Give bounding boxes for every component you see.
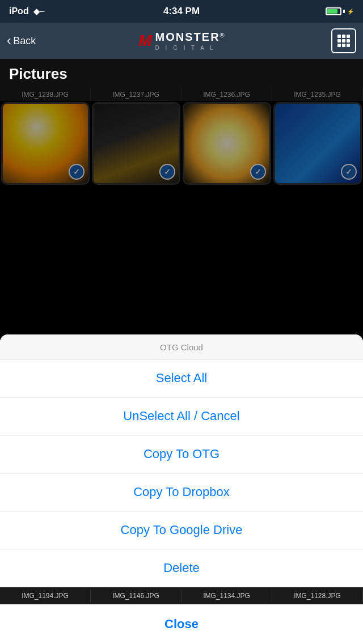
back-button[interactable]: ‹ Back — [7, 33, 36, 48]
delete-button[interactable]: Delete — [0, 549, 363, 587]
monster-reg-icon: ® — [220, 32, 225, 39]
filename-1146: IMG_1146.JPG — [91, 590, 182, 602]
page-title: Pictures — [9, 65, 67, 83]
copy-to-dropbox-button[interactable]: Copy To Dropbox — [0, 473, 363, 511]
status-bar: iPod ◆┈ 4:34 PM ⚡ — [0, 0, 363, 23]
battery-fill — [327, 9, 337, 14]
status-time: 4:34 PM — [163, 6, 200, 17]
action-sheet-title: OTG Cloud — [0, 334, 363, 359]
copy-to-otg-button[interactable]: Copy To OTG — [0, 435, 363, 473]
copy-to-gdrive-button[interactable]: Copy To Google Drive — [0, 511, 363, 549]
gallery-filenames-bottom: IMG_1194.JPG IMG_1146.JPG IMG_1134.JPG I… — [0, 587, 363, 604]
menu-button[interactable] — [331, 28, 356, 53]
unselect-all-button[interactable]: UnSelect All / Cancel — [0, 397, 363, 435]
filename-1134: IMG_1134.JPG — [182, 590, 272, 602]
action-sheet: OTG Cloud Select All UnSelect All / Canc… — [0, 334, 363, 644]
device-label: iPod — [9, 6, 29, 16]
filename-1128: IMG_1128.JPG — [272, 590, 363, 602]
monster-text-logo: MONSTER® D I G I T A L — [155, 31, 225, 51]
bolt-icon: ⚡ — [347, 9, 354, 15]
filename-1194: IMG_1194.JPG — [0, 590, 91, 602]
back-label: Back — [13, 35, 36, 47]
battery-tip — [343, 10, 345, 13]
battery-icon: ⚡ — [326, 7, 354, 15]
menu-grid-icon — [337, 35, 350, 47]
monster-m-logo: M — [138, 32, 151, 50]
monster-sub-text: D I G I T A L — [155, 45, 216, 51]
monster-logo: M MONSTER® D I G I T A L — [138, 31, 224, 51]
monster-main-text: MONSTER — [155, 31, 220, 43]
select-all-button[interactable]: Select All — [0, 359, 363, 397]
close-button[interactable]: Close — [0, 604, 363, 644]
nav-bar: ‹ Back M MONSTER® D I G I T A L — [0, 23, 363, 59]
section-header: Pictures — [0, 59, 363, 88]
battery-body — [326, 7, 341, 15]
status-left: iPod ◆┈ — [9, 6, 44, 16]
back-chevron-icon: ‹ — [7, 33, 11, 48]
status-right: ⚡ — [326, 7, 354, 15]
wifi-icon: ◆┈ — [33, 7, 44, 16]
action-sheet-overlay: OTG Cloud Select All UnSelect All / Canc… — [0, 88, 363, 644]
